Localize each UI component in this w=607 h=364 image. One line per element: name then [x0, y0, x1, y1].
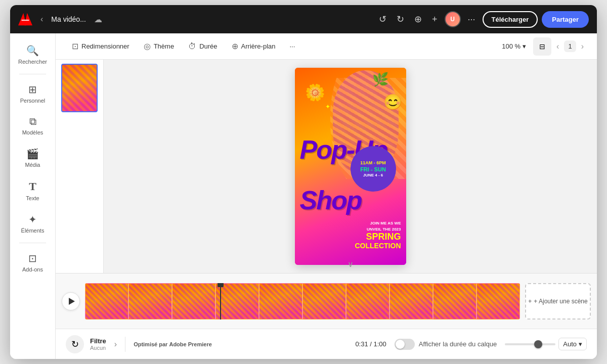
- speed-knob[interactable]: [534, 340, 542, 348]
- undo-button[interactable]: ↺: [376, 11, 389, 28]
- theme-label: Thème: [154, 42, 174, 50]
- filter-chevron-icon[interactable]: ›: [114, 340, 117, 349]
- redimensionner-icon: ⊡: [72, 41, 78, 51]
- sidebar-item-addons[interactable]: ⊡ Add-ons: [14, 247, 52, 278]
- toggle-input[interactable]: [395, 339, 415, 350]
- sidebar-label-addons: Add-ons: [22, 266, 43, 272]
- optimized-label: Optimisé par Adobe Premiere: [134, 341, 212, 347]
- location-button[interactable]: ⊕: [411, 11, 425, 28]
- zoom-control[interactable]: 100 % ▾: [497, 39, 531, 53]
- sidebar-label-rechercher: Rechercher: [18, 59, 47, 65]
- duree-button[interactable]: ⏱ Durée: [182, 38, 223, 55]
- sidebar-item-media[interactable]: 🎬 Média: [14, 143, 52, 173]
- poster-smiley-sticker: 😊: [383, 93, 402, 111]
- timeline-strip[interactable]: [85, 283, 520, 320]
- slideshow-icon[interactable]: ⊟: [533, 37, 551, 56]
- slide-panel: [56, 60, 104, 273]
- duree-icon: ⏱: [188, 42, 196, 51]
- timeline-area: + + Ajouter une scène: [56, 273, 597, 329]
- timeline-frame: [259, 283, 302, 320]
- app-window: ‹ Ma vidéo... ☁ ↺ ↻ ⊕ + U ··· Télécharge…: [10, 5, 597, 359]
- texte-icon: T: [29, 180, 36, 193]
- timeline-frame: [476, 283, 520, 320]
- timeline-frames: [85, 283, 520, 320]
- duree-label: Durée: [199, 42, 217, 50]
- main-area: 🔍 Rechercher ⊞ Personnel ⧉ Modèles 🎬 Méd…: [10, 33, 597, 359]
- page-number: 1: [564, 40, 576, 52]
- modeles-icon: ⧉: [29, 116, 36, 127]
- canvas-card: 🌼 😊 🌿 ✦ Pop-Up Shop 11AM - 6PM FRI - SUN: [295, 68, 406, 265]
- speed-select[interactable]: Auto ▾: [558, 338, 587, 350]
- filter-icon[interactable]: ↻: [66, 335, 84, 353]
- prev-page-button[interactable]: ‹: [553, 40, 562, 53]
- timeline-frame: [346, 283, 389, 320]
- redimensionner-button[interactable]: ⊡ Redimensionner: [66, 38, 136, 55]
- poster-days: FRI - SUN: [360, 166, 386, 173]
- search-icon: 🔍: [26, 44, 39, 57]
- play-icon: [69, 298, 75, 305]
- bottom-bar: ↻ Filtre Aucun › Optimisé par Adobe Prem…: [56, 329, 597, 359]
- avatar[interactable]: U: [445, 11, 461, 27]
- sidebar-item-personnel[interactable]: ⊞ Personnel: [14, 78, 52, 109]
- toolbar: ⊡ Redimensionner ◎ Thème ⏱ Durée ⊕ Arriè…: [56, 33, 597, 60]
- page-nav: ‹ 1 ›: [553, 40, 587, 53]
- filter-section: ↻ Filtre Aucun ›: [66, 335, 117, 353]
- add-button[interactable]: +: [429, 11, 441, 28]
- toolbar-more-button[interactable]: ···: [283, 39, 301, 54]
- poster-info-circle: 11AM - 6PM FRI - SUN JUNE 4 - 6: [351, 146, 396, 192]
- slide-content-area: 🌼 😊 🌿 ✦ Pop-Up Shop 11AM - 6PM FRI - SUN: [56, 60, 597, 273]
- poster-flower-sticker: 🌼: [305, 83, 325, 102]
- addons-icon: ⊡: [28, 252, 37, 264]
- poster-bottom-text: JOIN ME AS WEUNVEIL THE 2023 SPRING COLL…: [355, 220, 401, 250]
- sidebar: 🔍 Rechercher ⊞ Personnel ⧉ Modèles 🎬 Méd…: [10, 33, 56, 359]
- top-bar-actions: ↺ ↻ ⊕ + U ··· Télécharger Partager: [376, 11, 589, 28]
- time-display: 0:31 / 1:00: [355, 340, 386, 348]
- bottom-divider: [125, 337, 125, 352]
- play-button[interactable]: [62, 292, 80, 310]
- timeline-frame: [433, 283, 476, 320]
- toggle-switch: Afficher la durée du calque: [395, 339, 497, 350]
- add-scene-button[interactable]: + + Ajouter une scène: [525, 283, 591, 320]
- poster-content: 🌼 😊 🌿 ✦ Pop-Up Shop 11AM - 6PM FRI - SUN: [295, 68, 406, 265]
- theme-button[interactable]: ◎ Thème: [138, 38, 180, 55]
- zoom-value: 100 %: [502, 42, 521, 50]
- back-button[interactable]: ‹: [38, 13, 45, 26]
- timeline-playhead[interactable]: [220, 283, 221, 320]
- poster-join-text: JOIN ME AS WEUNVEIL THE 2023: [355, 220, 401, 232]
- sidebar-item-texte[interactable]: T Texte: [14, 175, 52, 206]
- timeline-frame: [172, 283, 215, 320]
- sidebar-label-elements: Éléments: [21, 228, 45, 234]
- sidebar-label-texte: Texte: [26, 195, 39, 201]
- canvas-collapse-button[interactable]: ∨: [348, 259, 354, 269]
- telecharger-button[interactable]: Télécharger: [483, 11, 538, 28]
- filter-title: Filtre: [90, 337, 106, 345]
- redo-button[interactable]: ↻: [394, 11, 407, 28]
- slide-thumbnail[interactable]: [61, 64, 98, 112]
- speed-chevron-icon: ▾: [579, 340, 582, 348]
- canvas-area[interactable]: 🌼 😊 🌿 ✦ Pop-Up Shop 11AM - 6PM FRI - SUN: [104, 60, 597, 273]
- adobe-logo-icon: [18, 12, 32, 26]
- toggle-label: Afficher la durée du calque: [419, 340, 497, 348]
- top-bar: ‹ Ma vidéo... ☁ ↺ ↻ ⊕ + U ··· Télécharge…: [10, 5, 597, 33]
- poster-star-decoration: ✦: [325, 103, 330, 110]
- poster-time: 11AM - 6PM: [360, 160, 386, 166]
- next-page-button[interactable]: ›: [578, 40, 587, 53]
- partager-button[interactable]: Partager: [542, 11, 589, 28]
- filter-sub: Aucun: [90, 345, 106, 351]
- poster-green-sticker: 🌿: [372, 72, 388, 87]
- timeline-frame: [389, 283, 433, 320]
- speed-slider[interactable]: [505, 343, 555, 345]
- sidebar-item-rechercher[interactable]: 🔍 Rechercher: [14, 39, 52, 70]
- arriere-plan-button[interactable]: ⊕ Arrière-plan: [226, 38, 282, 55]
- sidebar-item-elements[interactable]: ✦ Éléments: [14, 208, 52, 239]
- add-scene-label: + Ajouter une scène: [534, 298, 587, 305]
- toggle-knob: [396, 340, 405, 349]
- more-button[interactable]: ···: [465, 11, 479, 28]
- optimized-brand: Adobe Premiere: [169, 341, 211, 347]
- poster-shop-text: Shop: [300, 189, 362, 211]
- timeline-frame: [128, 283, 172, 320]
- theme-icon: ◎: [144, 41, 151, 51]
- sidebar-label-personnel: Personnel: [20, 98, 46, 104]
- content-area: ⊡ Redimensionner ◎ Thème ⏱ Durée ⊕ Arriè…: [56, 33, 597, 359]
- sidebar-item-modeles[interactable]: ⧉ Modèles: [14, 111, 52, 141]
